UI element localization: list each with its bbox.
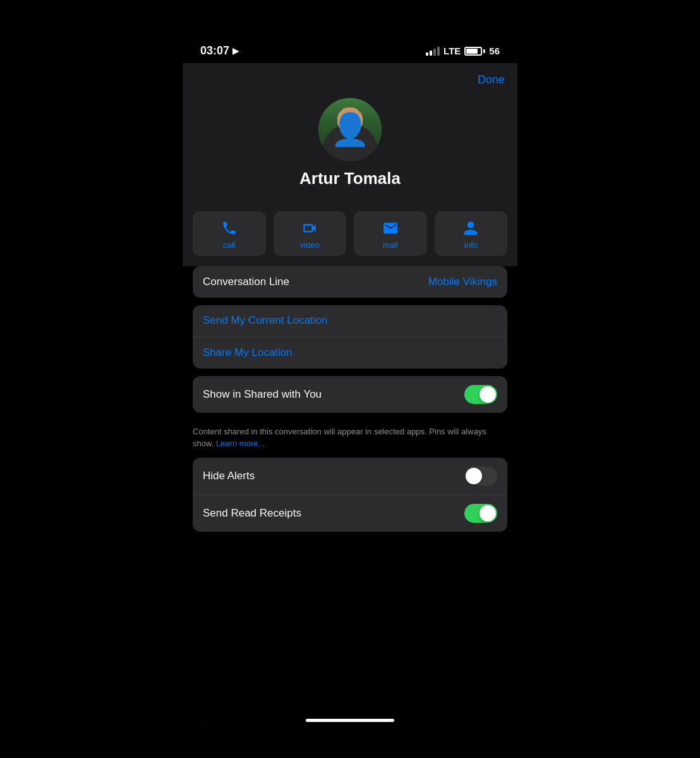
send-location-row[interactable]: Send My Current Location (193, 305, 507, 337)
status-right: LTE 56 (426, 46, 500, 56)
learn-more-link[interactable]: Learn more... (216, 439, 265, 448)
video-label: video (300, 240, 320, 250)
shared-with-you-description: Content shared in this conversation will… (183, 420, 517, 458)
mail-label: mail (383, 240, 398, 250)
action-buttons-row: call video mail (183, 201, 517, 266)
status-time: 03:07 ▶ (200, 44, 239, 58)
alerts-receipts-section: Hide Alerts Send Read Receipts (193, 458, 507, 532)
send-read-receipts-knob (480, 505, 496, 522)
info-button[interactable]: info (435, 211, 508, 256)
video-button[interactable]: video (274, 211, 347, 256)
location-section: Send My Current Location Share My Locati… (193, 305, 507, 369)
send-read-receipts-row: Send Read Receipts (193, 495, 507, 532)
done-button[interactable]: Done (478, 73, 505, 86)
info-label: info (464, 240, 478, 250)
battery-icon (464, 47, 485, 56)
send-read-receipts-toggle[interactable] (464, 504, 497, 523)
battery-level: 56 (489, 46, 500, 56)
share-location-label: Share My Location (203, 346, 293, 359)
profile-section: Artur Tomala (183, 92, 517, 201)
hide-alerts-label: Hide Alerts (203, 470, 255, 482)
video-icon (301, 220, 318, 236)
network-label: LTE (444, 46, 461, 56)
conversation-line-row: Conversation Line Mobile Vikings (193, 266, 507, 298)
time-label: 03:07 (200, 44, 229, 58)
contact-name: Artur Tomala (299, 169, 401, 188)
send-read-receipts-label: Send Read Receipts (203, 507, 301, 520)
show-in-shared-label: Show in Shared with You (203, 388, 322, 401)
phone-frame: 03:07 ▶ LTE 56 Done (183, 32, 517, 727)
call-button[interactable]: call (193, 211, 266, 256)
toggle-knob (480, 386, 496, 403)
home-bar (306, 719, 394, 722)
share-location-row[interactable]: Share My Location (193, 337, 507, 369)
mail-button[interactable]: mail (354, 211, 427, 256)
location-arrow-icon: ▶ (232, 46, 239, 56)
hide-alerts-knob (466, 468, 482, 484)
conversation-line-value[interactable]: Mobile Vikings (428, 276, 497, 288)
status-bar: 03:07 ▶ LTE 56 (183, 32, 517, 63)
phone-icon (221, 220, 238, 236)
send-location-label: Send My Current Location (203, 314, 328, 327)
avatar-image (318, 98, 382, 161)
done-button-container: Done (183, 63, 517, 92)
call-label: call (223, 240, 236, 250)
mail-icon (382, 220, 399, 236)
hide-alerts-toggle[interactable] (464, 467, 497, 486)
conversation-line-section: Conversation Line Mobile Vikings (193, 266, 507, 298)
shared-with-you-section: Show in Shared with You (193, 376, 507, 413)
show-in-shared-toggle[interactable] (464, 385, 497, 404)
conversation-line-label: Conversation Line (203, 276, 289, 288)
show-in-shared-row: Show in Shared with You (193, 376, 507, 413)
signal-icon (426, 47, 440, 56)
avatar (318, 98, 382, 161)
person-icon (462, 220, 479, 236)
home-indicator (183, 706, 517, 727)
hide-alerts-row: Hide Alerts (193, 458, 507, 495)
content-area: Done Artur Tomala call (183, 63, 517, 706)
